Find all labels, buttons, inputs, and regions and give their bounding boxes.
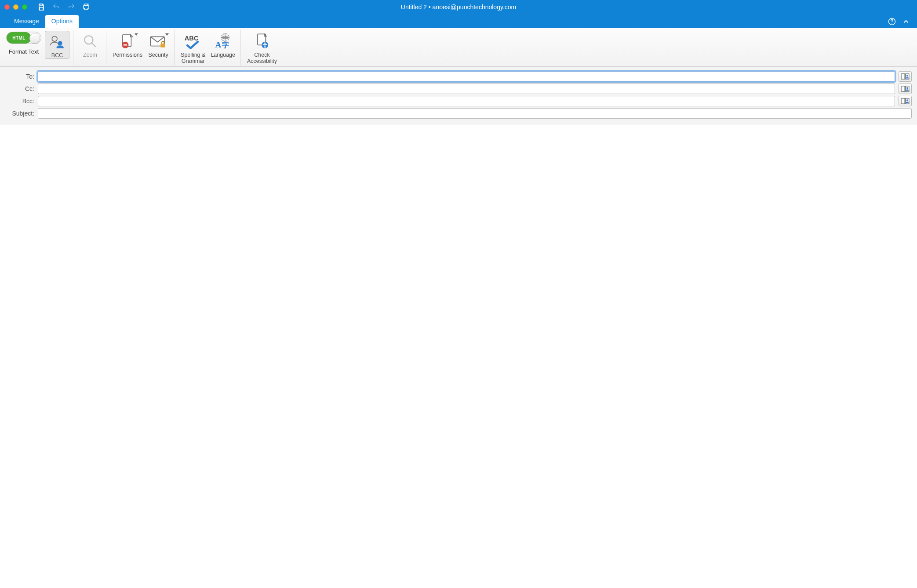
cc-address-book-button[interactable] <box>899 83 912 94</box>
svg-point-7 <box>58 41 62 45</box>
to-label: To: <box>0 73 34 80</box>
address-book-icon <box>900 85 910 92</box>
language-label: Language <box>211 52 235 58</box>
redo-icon <box>67 3 75 11</box>
ribbon-group-proofing: ABC Spelling & Grammar A 字 Language <box>177 30 241 65</box>
permissions-button[interactable]: Permissions <box>111 31 144 58</box>
svg-rect-11 <box>124 44 127 46</box>
undo-icon <box>52 3 60 11</box>
permissions-icon <box>119 33 136 50</box>
security-button[interactable]: Security <box>146 31 171 58</box>
undo-button[interactable] <box>52 3 61 11</box>
printer-icon <box>82 3 90 11</box>
zoom-button: Zoom <box>78 31 102 58</box>
tab-options[interactable]: Options <box>45 15 79 28</box>
dropdown-arrow-icon <box>165 33 169 36</box>
magnifier-icon <box>82 33 98 50</box>
ribbon-group-permissions: Permissions Security <box>109 30 175 65</box>
check-accessibility-label: Check Accessibility <box>247 52 277 65</box>
toggle-html-label: HTML <box>12 36 25 40</box>
format-text-toggle[interactable]: HTML <box>6 32 41 44</box>
spelling-icon: ABC <box>183 33 203 50</box>
close-window-button[interactable] <box>4 4 10 10</box>
tab-message[interactable]: Message <box>8 15 45 28</box>
bcc-label: Bcc: <box>0 98 34 105</box>
ribbon-group-zoom: Zoom <box>76 30 106 65</box>
accessibility-icon <box>253 33 271 50</box>
to-input[interactable] <box>38 71 895 82</box>
address-book-icon <box>900 73 910 80</box>
svg-rect-13 <box>160 44 165 47</box>
title-bar: Untitled 2 • anoesi@punchtechnology.com <box>0 0 917 14</box>
quick-access-toolbar <box>37 3 91 11</box>
spelling-grammar-button[interactable]: ABC Spelling & Grammar <box>179 31 207 65</box>
window-title: Untitled 2 • anoesi@punchtechnology.com <box>0 4 917 11</box>
redo-button[interactable] <box>67 3 76 11</box>
address-book-icon <box>900 98 910 105</box>
help-button[interactable] <box>887 17 897 26</box>
format-text-label: Format Text <box>9 48 39 55</box>
security-label: Security <box>149 52 168 58</box>
svg-point-22 <box>906 87 908 89</box>
svg-point-23 <box>906 99 908 101</box>
svg-point-21 <box>906 75 908 76</box>
print-button[interactable] <box>82 3 91 11</box>
help-icon <box>888 17 896 26</box>
check-accessibility-button[interactable]: Check Accessibility <box>245 31 279 65</box>
ribbon-tab-row: Message Options <box>0 14 917 28</box>
bcc-button[interactable]: BCC <box>45 31 69 59</box>
window-controls <box>4 4 27 10</box>
to-address-book-button[interactable] <box>899 71 912 82</box>
svg-point-6 <box>52 36 57 42</box>
zoom-window-button[interactable] <box>22 4 27 10</box>
security-icon <box>149 32 167 51</box>
language-icon: A 字 <box>214 32 232 51</box>
bcc-icon <box>48 33 66 51</box>
bcc-address-book-button[interactable] <box>899 96 912 106</box>
bcc-input[interactable] <box>38 96 895 106</box>
minimize-window-button[interactable] <box>13 4 18 10</box>
save-icon <box>37 3 45 11</box>
svg-text:字: 字 <box>222 41 229 49</box>
toggle-knob <box>29 33 40 44</box>
svg-text:A: A <box>215 40 222 49</box>
subject-input[interactable] <box>38 108 912 119</box>
svg-point-5 <box>892 23 892 24</box>
ribbon-group-accessibility: Check Accessibility <box>244 30 282 65</box>
chevron-up-icon <box>902 18 910 25</box>
zoom-label: Zoom <box>83 52 97 58</box>
permissions-label: Permissions <box>113 52 142 58</box>
cc-input[interactable] <box>38 83 895 94</box>
language-button[interactable]: A 字 Language <box>209 31 237 58</box>
save-button[interactable] <box>37 3 46 11</box>
dropdown-arrow-icon <box>135 33 138 36</box>
svg-point-8 <box>84 36 93 44</box>
subject-label: Subject: <box>0 110 34 117</box>
ribbon-options: HTML Format Text BCC <box>0 28 917 67</box>
message-body[interactable] <box>0 124 917 588</box>
svg-text:ABC: ABC <box>185 35 199 42</box>
spelling-grammar-label: Spelling & Grammar <box>181 52 205 65</box>
collapse-ribbon-button[interactable] <box>901 17 911 26</box>
svg-point-20 <box>264 43 266 44</box>
ribbon-group-format: HTML Format Text BCC <box>3 30 73 65</box>
bcc-label: BCC <box>51 52 63 58</box>
cc-label: Cc: <box>0 85 34 92</box>
address-panel: To: Cc: <box>0 67 917 124</box>
